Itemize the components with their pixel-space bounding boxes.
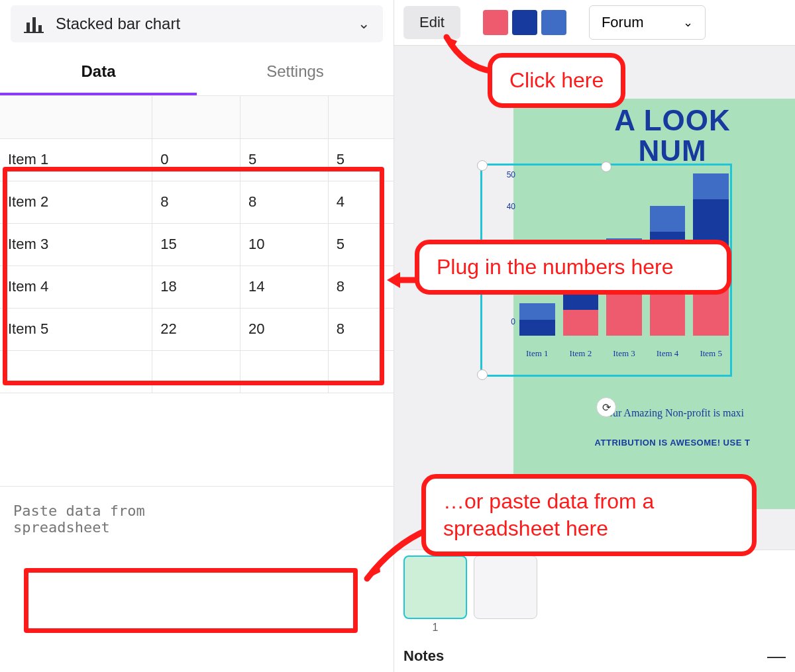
notes-label[interactable]: Notes <box>403 648 444 665</box>
x-label: Item 1 <box>519 348 555 359</box>
tab-data[interactable]: Data <box>0 48 197 95</box>
bar-segment <box>519 320 555 336</box>
infographic-attribution: ATTRIBUTION IS AWESOME! USE T <box>513 438 795 448</box>
paste-data-input[interactable] <box>0 487 212 559</box>
left-panel: Stacked bar chart ⌄ Data Settings Item 1… <box>0 0 394 672</box>
x-label: Item 4 <box>650 348 686 359</box>
page-number: 1 <box>403 622 467 634</box>
x-label: Item 5 <box>693 348 729 359</box>
table-row: Item 1055 <box>0 138 394 181</box>
color-swatch-3[interactable] <box>541 10 566 35</box>
data-table[interactable]: Item 1055 Item 2884 Item 315105 Item 418… <box>0 96 394 393</box>
panel-tabs: Data Settings <box>0 48 394 96</box>
x-label: Item 3 <box>606 348 642 359</box>
infographic-title-line2: NUM <box>638 134 706 167</box>
bar-segment <box>563 310 599 336</box>
infographic-subtitle: Your Amazing Non-profit is maxi <box>513 407 795 419</box>
chart-type-dropdown[interactable]: Stacked bar chart ⌄ <box>11 5 383 42</box>
font-label: Forum <box>602 14 644 31</box>
table-row <box>0 350 394 393</box>
color-swatch-2[interactable] <box>512 10 537 35</box>
chevron-down-icon: ⌄ <box>683 15 693 30</box>
bar-segment <box>519 303 555 320</box>
rotate-handle[interactable]: ⟳ <box>596 397 616 417</box>
pages-footer: 1 Notes — <box>394 550 795 672</box>
bar-segment <box>693 173 729 199</box>
bar-segment <box>650 206 686 232</box>
infographic-title-line1: A LOOK <box>614 104 730 136</box>
resize-handle[interactable] <box>477 160 488 171</box>
tab-settings[interactable]: Settings <box>197 48 394 95</box>
y-tick: 40 <box>507 202 515 211</box>
add-page-thumbnail[interactable] <box>474 555 537 619</box>
annotation-callout-paste: …or paste data from a spreadsheet here <box>421 474 757 556</box>
annotation-callout-click: Click here <box>488 53 625 108</box>
stacked-bar-icon <box>24 15 44 33</box>
y-tick: 0 <box>511 317 515 326</box>
resize-handle[interactable] <box>477 369 488 380</box>
svg-marker-2 <box>367 561 380 579</box>
chevron-down-icon: ⌄ <box>358 15 370 32</box>
resize-handle[interactable] <box>601 162 611 172</box>
annotation-callout-plug: Plug in the numbers here <box>415 240 731 295</box>
table-row: Item 315105 <box>0 223 394 265</box>
font-dropdown[interactable]: Forum ⌄ <box>589 5 706 40</box>
table-row: Item 418148 <box>0 265 394 308</box>
y-tick: 50 <box>507 170 515 179</box>
bar-item-1 <box>519 303 555 336</box>
table-row: Item 522208 <box>0 308 394 350</box>
x-label: Item 2 <box>563 348 599 359</box>
notes-collapse-icon[interactable]: — <box>767 646 786 667</box>
chart-type-label: Stacked bar chart <box>56 15 346 33</box>
svg-marker-1 <box>387 272 400 288</box>
table-row: Item 2884 <box>0 181 394 223</box>
